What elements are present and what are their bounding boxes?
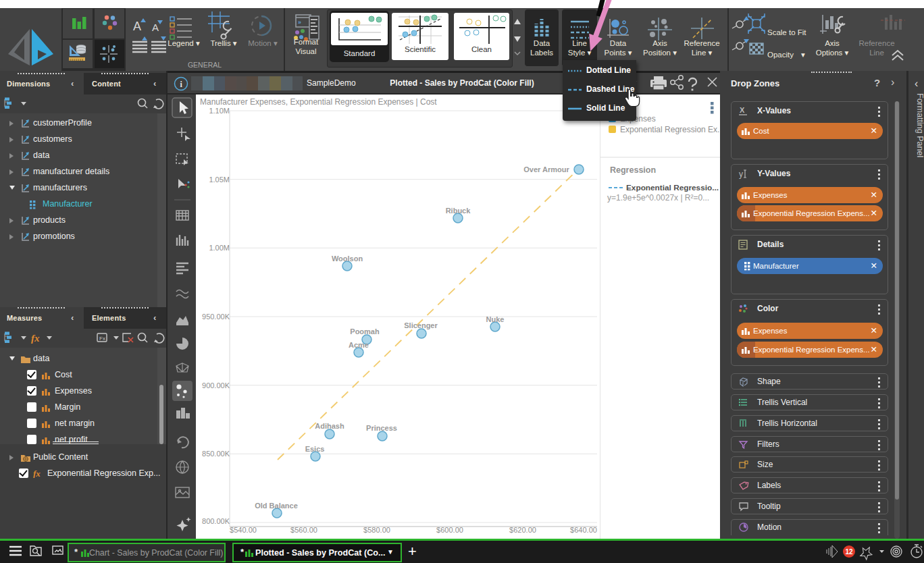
svg-text:$580.00: $580.00: [363, 526, 390, 534]
svg-text:Over Armour: Over Armour: [523, 165, 569, 173]
svg-text:800.00K: 800.00K: [202, 517, 230, 525]
svg-text:$600.00: $600.00: [436, 526, 463, 534]
svg-text:900.00K: 900.00K: [202, 381, 230, 390]
svg-text:$620.00: $620.00: [509, 526, 536, 534]
svg-text:Woolson: Woolson: [332, 254, 363, 263]
svg-text:12: 12: [845, 548, 853, 556]
svg-text:$540.00: $540.00: [230, 526, 257, 534]
svg-text:850.00K: 850.00K: [202, 450, 230, 458]
svg-text:Regression: Regression: [610, 165, 656, 175]
svg-text:Esics: Esics: [305, 445, 325, 453]
svg-text:Nuke: Nuke: [486, 315, 505, 323]
svg-text:A: A: [133, 20, 141, 33]
svg-text:$640.00: $640.00: [570, 526, 597, 534]
svg-text:fx: fx: [31, 333, 40, 344]
svg-text:Slicenger: Slicenger: [404, 321, 438, 329]
svg-text:Exponential Regressio...: Exponential Regressio...: [626, 183, 719, 192]
svg-text:y=1.9e+5e^0.0027x | R²=0...: y=1.9e+5e^0.0027x | R²=0...: [607, 193, 709, 203]
svg-text:Manufacturer Expenses, Exponen: Manufacturer Expenses, Exponential Regre…: [200, 97, 437, 107]
svg-text:Exponential Regression Ex...: Exponential Regression Ex...: [620, 125, 720, 134]
svg-text:Adihash: Adihash: [315, 422, 344, 430]
svg-text:1.10M: 1.10M: [209, 107, 230, 115]
svg-text:Acme: Acme: [349, 341, 369, 349]
svg-text:Princess: Princess: [366, 424, 397, 432]
svg-text:y: y: [739, 169, 743, 179]
svg-text:fx: fx: [33, 468, 41, 478]
svg-text:i: i: [180, 80, 183, 89]
svg-text:950.00K: 950.00K: [202, 313, 230, 321]
svg-text:1.05M: 1.05M: [209, 176, 230, 184]
svg-text:Ribuck: Ribuck: [446, 207, 471, 215]
svg-text:Old Balance: Old Balance: [255, 502, 298, 510]
svg-text:Poomah: Poomah: [350, 327, 380, 336]
svg-text:$560.00: $560.00: [290, 526, 317, 534]
svg-text:»: »: [298, 19, 301, 26]
svg-text:A: A: [152, 22, 159, 33]
svg-text:X: X: [740, 106, 745, 114]
svg-text:1.00M: 1.00M: [209, 244, 230, 252]
svg-text:Fx: Fx: [99, 336, 105, 342]
